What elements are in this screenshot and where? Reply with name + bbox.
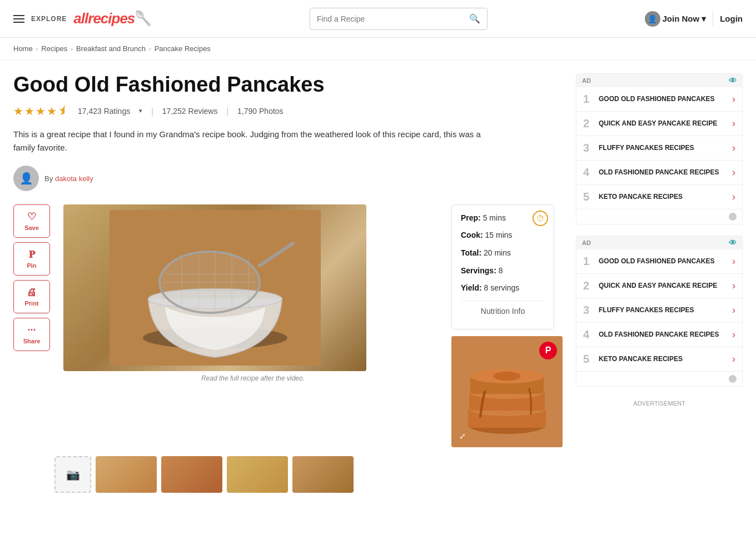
reviews-link[interactable]: 17,252 Reviews — [162, 107, 218, 116]
recipe-media-row: ♡ Save 𝐏 Pin 🖨 Print ··· Share — [13, 204, 563, 447]
sidebar-item-1-4[interactable]: 4 OLD FASHIONED PANCAKE RECIPES › — [576, 161, 742, 185]
explore-label: EXPLORE — [31, 15, 67, 23]
join-now-button[interactable]: 👤 Join Now ▾ — [645, 11, 707, 27]
sidebar-recipe-list-2: 1 GOOD OLD FASHIONED PANCAKES › 2 QUICK … — [576, 249, 742, 372]
sep-2: | — [226, 107, 228, 116]
sidebar-item-1-1[interactable]: 1 GOOD OLD FASHIONED PANCAKES › — [576, 87, 742, 112]
item-chevron-1-1[interactable]: › — [732, 93, 735, 105]
recipe-info-card: ⏱ Prep: 5 mins Cook: 15 mins Total: 20 m… — [451, 204, 554, 329]
pinterest-icon: 𝐏 — [29, 249, 35, 261]
item-chevron-1-4[interactable]: › — [732, 167, 735, 178]
nutrition-info-button[interactable]: Nutrition Info — [461, 301, 545, 321]
logo-spoon-icon: 🥄 — [135, 10, 152, 27]
ad-section-1: AD 👁 1 GOOD OLD FASHIONED PANCAKES › 2 Q… — [576, 73, 743, 224]
star-5-half: ⯨ — [58, 104, 69, 117]
item-name-2-3: FLUFFY PANCAKES RECIPES — [599, 306, 727, 315]
item-name-1-1: GOOD OLD FASHIONED PANCAKES — [599, 95, 727, 104]
sidebar-item-2-5[interactable]: 5 KETO PANCAKE RECIPES › — [576, 347, 742, 372]
header-divider — [713, 11, 713, 27]
breadcrumb-home[interactable]: Home — [13, 44, 33, 53]
author-name-link[interactable]: dakota kelly — [55, 174, 93, 183]
item-name-2-1: GOOD OLD FASHIONED PANCAKES — [599, 257, 727, 266]
sidebar-item-1-5[interactable]: 5 KETO PANCAKE RECIPES › — [576, 185, 742, 209]
photos-link[interactable]: 1,790 Photos — [237, 107, 284, 116]
eye-icon-2[interactable]: 👁 — [729, 238, 737, 247]
sidebar-item-1-3[interactable]: 3 FLUFFY PANCAKES RECIPES › — [576, 136, 742, 161]
logo-text: allrecipes — [73, 10, 135, 27]
item-chevron-2-1[interactable]: › — [732, 256, 735, 267]
main-recipe-image[interactable] — [63, 204, 366, 371]
pin-button[interactable]: 𝐏 Pin — [13, 242, 50, 276]
search-button[interactable]: 🔍 — [469, 13, 480, 24]
search-input[interactable] — [317, 14, 469, 23]
ad-label-2: AD 👁 — [576, 236, 742, 249]
item-name-2-4: OLD FASHIONED PANCAKE RECIPES — [599, 331, 727, 339]
sidebar-item-2-4[interactable]: 4 OLD FASHIONED PANCAKE RECIPES › — [576, 323, 742, 347]
expand-icon[interactable]: ⤢ — [456, 429, 469, 443]
search-container: 🔍 — [152, 8, 644, 30]
user-avatar-icon: 👤 — [645, 11, 660, 27]
item-chevron-1-2[interactable]: › — [732, 118, 735, 129]
hamburger-menu[interactable] — [13, 15, 24, 23]
item-name-1-4: OLD FASHIONED PANCAKE RECIPES — [599, 168, 727, 177]
breadcrumb-sep-2: › — [71, 46, 73, 52]
right-stack: ⏱ Prep: 5 mins Cook: 15 mins Total: 20 m… — [451, 204, 563, 447]
pinterest-save-icon[interactable]: P — [539, 342, 557, 359]
ad-label-1: AD 👁 — [576, 74, 742, 87]
author-row: 👤 By dakota kelly — [13, 166, 563, 191]
share-button[interactable]: ··· Share — [13, 318, 50, 351]
breadcrumb-category[interactable]: Breakfast and Brunch — [76, 44, 146, 53]
star-rating[interactable]: ★ ★ ★ ★ ⯨ — [13, 104, 69, 118]
toggle-dot-2[interactable] — [729, 375, 737, 383]
pin-label: Pin — [27, 262, 36, 269]
ad-text-2: AD — [582, 239, 591, 246]
rating-dropdown[interactable]: ▾ — [139, 107, 142, 114]
author-by-label: By — [44, 174, 53, 183]
print-button[interactable]: 🖨 Print — [13, 280, 50, 313]
breadcrumb-sep-3: › — [149, 46, 151, 52]
rating-row: ★ ★ ★ ★ ⯨ 17,423 Ratings ▾ | 17,252 Revi… — [13, 104, 563, 118]
item-chevron-2-5[interactable]: › — [732, 353, 735, 365]
main-layout: Good Old Fashioned Pancakes ★ ★ ★ ★ ⯨ 17… — [0, 60, 756, 506]
logo[interactable]: allrecipes🥄 — [73, 10, 152, 27]
sidebar-item-2-2[interactable]: 2 QUICK AND EASY PANCAKE RECIPE › — [576, 274, 742, 298]
thumbnail-2[interactable] — [161, 456, 222, 493]
save-button[interactable]: ♡ Save — [13, 204, 50, 238]
sidebar-item-1-2[interactable]: 2 QUICK AND EASY PANCAKE RECIPE › — [576, 112, 742, 136]
item-chevron-2-4[interactable]: › — [732, 329, 735, 341]
login-button[interactable]: Login — [720, 14, 743, 23]
item-num-1-2: 2 — [583, 117, 593, 130]
header-left: EXPLORE allrecipes🥄 — [13, 10, 152, 27]
secondary-recipe-image[interactable]: P ⤢ — [451, 336, 563, 447]
total-value: 20 mins — [484, 248, 511, 257]
recipe-title: Good Old Fashioned Pancakes — [13, 73, 563, 97]
total-label: Total: — [461, 248, 481, 257]
save-label: Save — [24, 224, 39, 231]
heart-icon: ♡ — [27, 211, 36, 223]
breadcrumb-recipes[interactable]: Recipes — [41, 44, 67, 53]
item-num-2-1: 1 — [583, 255, 593, 268]
item-chevron-1-3[interactable]: › — [732, 142, 735, 154]
item-num-1-5: 5 — [583, 191, 593, 203]
sidebar-item-2-3[interactable]: 3 FLUFFY PANCAKES RECIPES › — [576, 298, 742, 323]
thumbnail-3[interactable] — [227, 456, 288, 493]
thumbnail-1[interactable] — [96, 456, 157, 493]
toggle-dot-1[interactable] — [729, 213, 737, 221]
add-photo-button[interactable]: 📷 — [54, 456, 91, 493]
item-name-1-2: QUICK AND EASY PANCAKE RECIPE — [599, 119, 727, 128]
cook-label: Cook: — [461, 231, 483, 239]
thumbnail-4[interactable] — [292, 456, 354, 493]
ad-text-1: AD — [582, 77, 591, 84]
item-num-1-1: 1 — [583, 93, 593, 106]
item-num-1-3: 3 — [583, 142, 593, 154]
item-chevron-1-5[interactable]: › — [732, 191, 735, 203]
eye-icon-1[interactable]: 👁 — [729, 76, 737, 85]
item-chevron-2-2[interactable]: › — [732, 280, 735, 292]
sidebar-item-2-1[interactable]: 1 GOOD OLD FASHIONED PANCAKES › — [576, 249, 742, 274]
ad-section-2: AD 👁 1 GOOD OLD FASHIONED PANCAKES › 2 Q… — [576, 236, 743, 387]
item-name-2-5: KETO PANCAKE RECIPES — [599, 355, 727, 364]
sidebar: AD 👁 1 GOOD OLD FASHIONED PANCAKES › 2 Q… — [576, 73, 743, 506]
svg-point-23 — [493, 372, 521, 381]
svg-point-14 — [160, 252, 260, 313]
item-chevron-2-3[interactable]: › — [732, 304, 735, 316]
